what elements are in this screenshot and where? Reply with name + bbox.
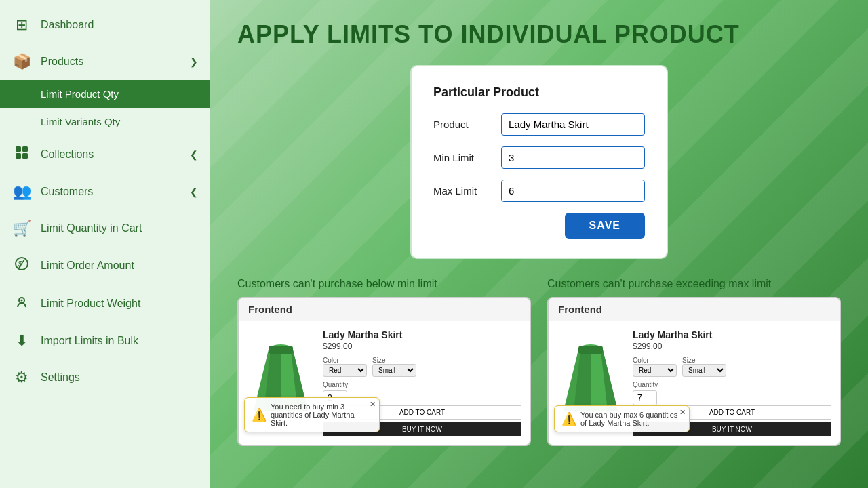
max-limit-field-row: Max Limit xyxy=(433,180,645,202)
min-preview-header: Frontend xyxy=(239,298,530,321)
page-title: APPLY LIMITS TO INDIVIDUAL PRODUCT xyxy=(237,20,841,49)
max-product-name: Lady Martha Skirt xyxy=(633,329,831,340)
min-limit-label: Min Limit xyxy=(433,152,501,163)
max-qty-label: Quantity xyxy=(633,381,831,388)
svg-rect-1 xyxy=(22,146,28,152)
dashboard-icon: ⊞ xyxy=(12,16,31,34)
min-preview-content: Lady Martha Skirt $299.00 Color Red Size xyxy=(239,321,530,445)
sidebar-item-limit-order-amount[interactable]: $ Limit Order Amount xyxy=(0,247,210,285)
chevron-down-icon: ❯ xyxy=(190,56,198,67)
min-color-select[interactable]: Red xyxy=(323,364,367,377)
sidebar: ⊞ Dashboard 📦 Products ❯ Limit Product Q… xyxy=(0,0,210,488)
sidebar-item-label: Limit Product Weight xyxy=(41,298,140,310)
max-limit-preview-col: Customers can't purchase exceeding max l… xyxy=(547,278,841,446)
min-product-price: $299.00 xyxy=(323,342,521,351)
min-tooltip: ⚠️ You need to buy min 3 quantities of L… xyxy=(244,397,380,432)
chevron-left-icon: ❮ xyxy=(190,149,198,160)
sidebar-item-limit-quantity-cart[interactable]: 🛒 Limit Quantity in Cart xyxy=(0,210,210,247)
sidebar-item-products[interactable]: 📦 Products ❯ xyxy=(0,43,210,80)
sidebar-item-label: Import Limits in Bulk xyxy=(41,335,138,347)
sidebar-item-limit-product-weight[interactable]: Limit Product Weight xyxy=(0,285,210,323)
sidebar-item-import-limits[interactable]: ⬇ Import Limits in Bulk xyxy=(0,323,210,359)
min-color-row: Color Red Size Small xyxy=(323,357,521,377)
min-size-select[interactable]: Small xyxy=(372,364,416,377)
max-color-label: Color xyxy=(633,357,677,364)
import-icon: ⬇ xyxy=(12,332,31,350)
order-amount-icon: $ xyxy=(12,256,31,275)
svg-rect-0 xyxy=(16,146,21,152)
sidebar-sub-item-label: Limit Product Qty xyxy=(41,88,119,100)
max-limit-label: Max Limit xyxy=(433,185,501,197)
max-color-select[interactable]: Red xyxy=(633,364,677,377)
max-tooltip-text: You can buy max 6 quantities of Lady Mar… xyxy=(580,411,682,427)
sidebar-item-collections[interactable]: Collections ❮ xyxy=(0,136,210,174)
products-icon: 📦 xyxy=(12,53,31,70)
max-preview-content: Lady Martha Skirt $299.00 Color Red Size xyxy=(549,321,840,445)
sidebar-item-limit-product-qty[interactable]: Limit Product Qty xyxy=(0,80,210,108)
svg-rect-3 xyxy=(22,153,28,159)
min-product-name: Lady Martha Skirt xyxy=(323,329,521,340)
sidebar-sub-item-label: Limit Variants Qty xyxy=(41,116,120,127)
max-size-select[interactable]: Small xyxy=(682,364,726,377)
particular-product-card: Particular Product Product Min Limit Max… xyxy=(410,65,668,259)
svg-point-7 xyxy=(21,300,23,302)
max-tooltip: ⚠️ You can buy max 6 quantities of Lady … xyxy=(554,405,690,432)
min-color-label: Color xyxy=(323,357,367,364)
warning-icon: ⚠️ xyxy=(252,407,267,422)
sidebar-item-label: Products xyxy=(41,56,83,68)
max-size-label: Size xyxy=(682,357,726,364)
max-product-image xyxy=(557,329,625,418)
sidebar-item-customers[interactable]: 👥 Customers ❮ xyxy=(0,174,210,210)
weight-icon xyxy=(12,294,31,313)
max-limit-input[interactable] xyxy=(501,180,645,202)
main-content: APPLY LIMITS TO INDIVIDUAL PRODUCT Parti… xyxy=(210,0,868,488)
min-preview-box: Frontend xyxy=(237,297,531,446)
product-field-row: Product xyxy=(433,113,645,136)
chevron-left-icon: ❮ xyxy=(190,186,198,197)
max-preview-header: Frontend xyxy=(549,298,840,321)
customers-icon: 👥 xyxy=(12,183,31,201)
sidebar-item-label: Collections xyxy=(41,148,94,161)
max-preview-box: Frontend Lady Martha Skirt xyxy=(547,297,841,446)
sidebar-item-label: Limit Quantity in Cart xyxy=(41,222,142,235)
settings-icon: ⚙ xyxy=(12,369,31,386)
max-color-row: Color Red Size Small xyxy=(633,357,831,377)
min-limit-field-row: Min Limit xyxy=(433,146,645,169)
min-limit-input[interactable] xyxy=(501,146,645,169)
save-button[interactable]: SAVE xyxy=(565,213,645,239)
max-preview-caption: Customers can't purchase exceeding max l… xyxy=(547,278,841,290)
preview-section: Customers can't purchase below min limit… xyxy=(237,278,841,446)
max-product-price: $299.00 xyxy=(633,342,831,351)
cart-icon: 🛒 xyxy=(12,220,31,237)
sidebar-item-label: Dashboard xyxy=(41,19,94,31)
sidebar-item-label: Settings xyxy=(41,371,80,384)
card-title: Particular Product xyxy=(433,85,645,100)
sidebar-item-dashboard[interactable]: ⊞ Dashboard xyxy=(0,7,210,43)
min-limit-preview-col: Customers can't purchase below min limit… xyxy=(237,278,531,446)
sidebar-item-settings[interactable]: ⚙ Settings xyxy=(0,359,210,396)
min-tooltip-text: You need to buy min 3 quantities of Lady… xyxy=(271,403,372,427)
product-label: Product xyxy=(433,119,501,130)
max-tooltip-close[interactable]: ✕ xyxy=(679,408,686,417)
warning-icon: ⚠️ xyxy=(561,411,576,426)
collections-icon xyxy=(12,145,31,164)
sidebar-item-label: Customers xyxy=(41,186,93,198)
svg-rect-19 xyxy=(578,346,603,354)
max-qty-input[interactable] xyxy=(633,390,657,405)
svg-rect-2 xyxy=(16,153,21,159)
svg-rect-13 xyxy=(269,346,293,354)
min-preview-caption: Customers can't purchase below min limit xyxy=(237,278,531,290)
sidebar-item-limit-variants-qty[interactable]: Limit Variants Qty xyxy=(0,108,210,136)
min-size-label: Size xyxy=(372,357,416,364)
product-input[interactable] xyxy=(501,113,645,136)
min-tooltip-close[interactable]: ✕ xyxy=(370,400,376,409)
min-qty-label: Quantity xyxy=(323,381,521,388)
sidebar-item-label: Limit Order Amount xyxy=(41,260,134,272)
